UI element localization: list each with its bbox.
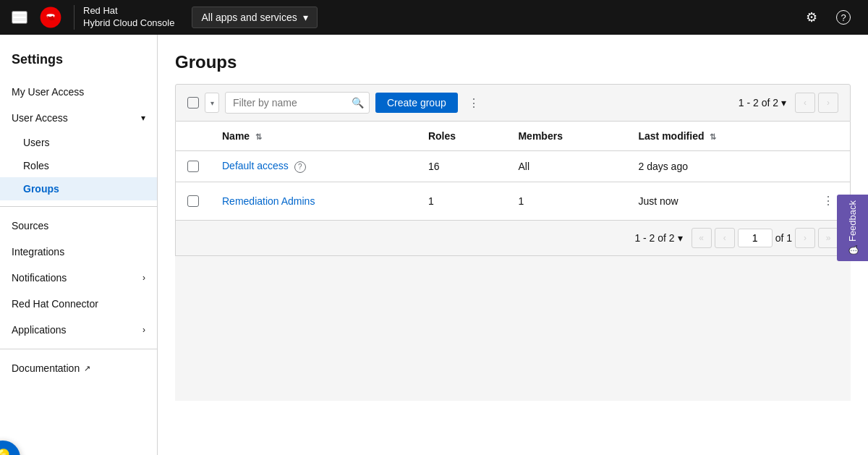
select-all-checkbox[interactable] [187, 97, 199, 109]
sort-icon-name[interactable]: ⇅ [255, 132, 262, 141]
hamburger-menu[interactable] [12, 11, 27, 24]
row-1-actions [807, 151, 851, 182]
table-row: Remediation Admins 1 1 Just now ⋮ [176, 182, 851, 220]
sidebar-divider-1 [0, 206, 157, 207]
row-1-name: Default access ? [210, 151, 417, 182]
remediation-admins-link[interactable]: Remediation Admins [222, 195, 315, 207]
brand-logo [39, 6, 62, 29]
sidebar-item-red-hat-connector[interactable]: Red Hat Connector [0, 291, 157, 317]
row-2-members: 1 [506, 182, 626, 220]
create-group-button[interactable]: Create group [375, 93, 458, 113]
row-1-members: All [506, 151, 626, 182]
toolbar-kebab-menu[interactable]: ⋮ [464, 93, 484, 113]
col-roles: Roles [417, 122, 507, 151]
svg-rect-2 [13, 21, 26, 22]
col-checkbox [176, 122, 211, 151]
select-all-dropdown[interactable]: ▾ [205, 93, 219, 113]
row-1-last-modified: 2 days ago [626, 151, 807, 182]
pagination-chevron-icon: ▾ [781, 97, 786, 109]
default-access-link[interactable]: Default access [222, 160, 289, 171]
bottom-first-page-button[interactable]: « [692, 228, 712, 248]
sidebar: Settings My User Access User Access ▾ Us… [0, 35, 158, 455]
search-icon[interactable]: 🔍 [352, 97, 364, 109]
bottom-next-page-button[interactable]: › [795, 228, 815, 248]
row-2-roles: 1 [417, 182, 507, 220]
row-2-last-modified: Just now [626, 182, 807, 220]
chevron-down-icon: ▾ [141, 113, 145, 123]
bottom-prev-page-button[interactable]: ‹ [715, 228, 735, 248]
topnav: Red Hat Hybrid Cloud Console All apps an… [0, 0, 868, 35]
sidebar-item-roles[interactable]: Roles [0, 154, 157, 177]
groups-table: Name ⇅ Roles Members Last modified ⇅ [175, 122, 851, 221]
help-button[interactable]: ? [830, 4, 856, 30]
sidebar-item-user-access[interactable]: User Access ▾ [0, 105, 157, 131]
sidebar-item-users[interactable]: Users [0, 131, 157, 154]
col-name: Name ⇅ [210, 122, 417, 151]
svg-rect-1 [13, 17, 26, 18]
bottom-last-page-button[interactable]: » [818, 228, 838, 248]
sidebar-item-notifications[interactable]: Notifications › [0, 265, 157, 291]
page-number-input[interactable] [738, 229, 773, 247]
chevron-right-icon-2: › [142, 325, 145, 335]
pagination-prev-button[interactable]: ‹ [795, 93, 815, 113]
table-row: Default access ? 16 All 2 days ago [176, 151, 851, 182]
pagination-dropdown[interactable]: 1 - 2 of 2 ▾ [733, 94, 792, 111]
external-link-icon: ↗ [84, 364, 90, 373]
sidebar-divider-2 [0, 349, 157, 349]
row-2-name: Remediation Admins [210, 182, 417, 220]
bottom-pagination-dropdown[interactable]: 1 - 2 of 2 ▾ [629, 229, 688, 247]
topnav-actions: ⚙ ? [799, 4, 856, 30]
settings-button[interactable]: ⚙ [799, 4, 825, 30]
table-toolbar: ▾ 🔍 Create group ⋮ 1 - 2 of 2 ▾ ‹ › [175, 84, 851, 122]
sidebar-item-groups[interactable]: Groups [0, 177, 157, 200]
filter-input[interactable] [225, 92, 370, 114]
sidebar-item-my-user-access[interactable]: My User Access [0, 79, 157, 105]
lightbulb-icon: 💡 [0, 448, 13, 455]
row-1-checkbox[interactable] [176, 151, 211, 182]
sidebar-item-integrations[interactable]: Integrations [0, 239, 157, 265]
content-area [175, 256, 851, 401]
select-dropdown-icon: ▾ [210, 99, 214, 107]
page-title: Groups [175, 52, 851, 72]
help-icon: ? [836, 10, 851, 25]
row-2-checkbox[interactable] [176, 182, 211, 220]
brand-name: Red Hat Hybrid Cloud Console [74, 5, 174, 30]
gear-icon: ⚙ [806, 9, 817, 25]
app-switcher-dropdown[interactable]: All apps and services ▾ [192, 7, 317, 28]
row-1-roles: 16 [417, 151, 507, 182]
sidebar-item-documentation[interactable]: Documentation ↗ [0, 355, 157, 381]
chevron-right-icon: › [142, 273, 145, 283]
default-access-help-icon[interactable]: ? [294, 161, 306, 173]
svg-rect-0 [13, 12, 26, 14]
bottom-pagination-chevron-icon: ▾ [678, 232, 683, 244]
dropdown-chevron-icon: ▾ [303, 12, 308, 23]
sidebar-item-sources[interactable]: Sources [0, 213, 157, 239]
col-actions [807, 122, 851, 151]
main-content: Groups ▾ 🔍 Create group ⋮ 1 - 2 of 2 ▾ ‹ [158, 35, 868, 455]
bottom-toolbar: 1 - 2 of 2 ▾ « ‹ of 1 › » [175, 221, 851, 256]
feedback-panel: 💬 Feedback [837, 194, 868, 260]
sidebar-item-applications[interactable]: Applications › [0, 317, 157, 343]
col-last-modified: Last modified ⇅ [626, 122, 807, 151]
toolbar-pagination: 1 - 2 of 2 ▾ ‹ › [733, 93, 838, 113]
sidebar-title: Settings [0, 46, 157, 79]
feedback-button[interactable]: 💬 Feedback [837, 194, 868, 260]
pagination-next-button[interactable]: › [818, 93, 838, 113]
chat-icon: 💬 [848, 246, 857, 255]
sort-icon-modified[interactable]: ⇅ [710, 132, 716, 141]
filter-wrap: 🔍 [225, 92, 370, 114]
row-2-kebab-menu[interactable]: ⋮ [818, 191, 838, 211]
col-members: Members [506, 122, 626, 151]
